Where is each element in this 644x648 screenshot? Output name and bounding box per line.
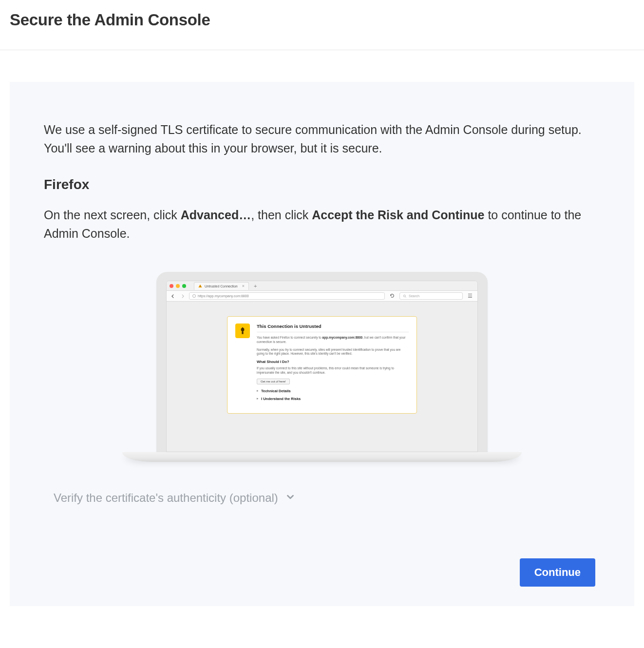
url-field: https://app.mycompany.com:8800: [189, 292, 385, 300]
browser-address-bar: https://app.mycompany.com:8800 Search ☰: [167, 291, 477, 302]
laptop-body: Untrusted Connection × + https://a: [156, 272, 488, 452]
url-text: https://app.mycompany.com:8800: [198, 294, 249, 298]
content-panel: We use a self-signed TLS certificate to …: [10, 82, 634, 606]
warning-paragraph-2: Normally, when you try to connect secure…: [257, 348, 409, 357]
untrusted-warning-card: This Connection is Untrusted You have as…: [227, 316, 417, 414]
svg-rect-1: [242, 332, 243, 334]
globe-icon: [192, 294, 196, 298]
warning-badge-icon: [235, 324, 250, 338]
instruction-accept: Accept the Risk and Continue: [312, 208, 484, 222]
search-field: Search: [399, 292, 463, 300]
laptop-base: [122, 452, 522, 462]
instruction-advanced: Advanced…: [181, 208, 251, 222]
browser-viewport: This Connection is Untrusted You have as…: [167, 302, 477, 452]
intro-paragraph: We use a self-signed TLS certificate to …: [44, 121, 600, 157]
tab-title: Untrusted Connection: [205, 285, 238, 288]
chevron-down-icon: [285, 492, 296, 504]
back-icon: [170, 293, 176, 300]
bullet-icon: ▸: [257, 389, 259, 393]
instruction-text-pre: On the next screen, click: [44, 208, 181, 222]
browser-tab: Untrusted Connection ×: [194, 282, 249, 290]
warning-paragraph-1: You have asked Firefox to connect secure…: [257, 336, 409, 344]
continue-button[interactable]: Continue: [520, 558, 595, 587]
hamburger-icon: ☰: [466, 293, 474, 299]
warning-subheading: What Should I Do?: [257, 360, 409, 364]
search-placeholder: Search: [409, 294, 419, 298]
page-title: Secure the Admin Console: [10, 11, 634, 29]
refresh-icon: [388, 293, 397, 299]
verify-certificate-label: Verify the certificate's authenticity (o…: [54, 491, 278, 505]
browser-tab-bar: Untrusted Connection × +: [167, 281, 477, 291]
warning-icon: [198, 284, 202, 288]
get-out-button: Get me out of here!: [257, 379, 290, 384]
new-tab-icon: +: [252, 283, 259, 289]
footer-actions: Continue: [44, 558, 600, 587]
verify-certificate-toggle[interactable]: Verify the certificate's authenticity (o…: [44, 491, 600, 505]
technical-details-row: ▸ Technical Details: [257, 389, 409, 393]
laptop-screen: Untrusted Connection × + https://a: [166, 281, 478, 452]
instruction-text-mid: , then click: [251, 208, 312, 222]
window-controls: [170, 284, 186, 288]
maximize-window-icon: [182, 284, 186, 288]
instruction-paragraph: On the next screen, click Advanced…, the…: [44, 206, 600, 243]
svg-point-0: [403, 295, 405, 297]
forward-icon: [179, 293, 186, 300]
minimize-window-icon: [176, 284, 180, 288]
warning-paragraph-3: If you usually connect to this site with…: [257, 366, 409, 375]
search-icon: [403, 294, 407, 298]
page-header: Secure the Admin Console: [0, 0, 644, 50]
browser-heading: Firefox: [44, 177, 600, 192]
understand-risks-row: ▸ I Understand the Risks: [257, 397, 409, 401]
technical-details-link: Technical Details: [261, 389, 291, 393]
warning-content: This Connection is Untrusted You have as…: [257, 324, 409, 404]
laptop-mockup: Untrusted Connection × + https://a: [44, 272, 600, 462]
understand-risks-link: I Understand the Risks: [261, 397, 301, 401]
close-window-icon: [170, 284, 173, 288]
warning-title: This Connection is Untrusted: [257, 324, 409, 332]
bullet-icon: ▸: [257, 397, 259, 400]
tab-close-icon: ×: [242, 284, 245, 288]
